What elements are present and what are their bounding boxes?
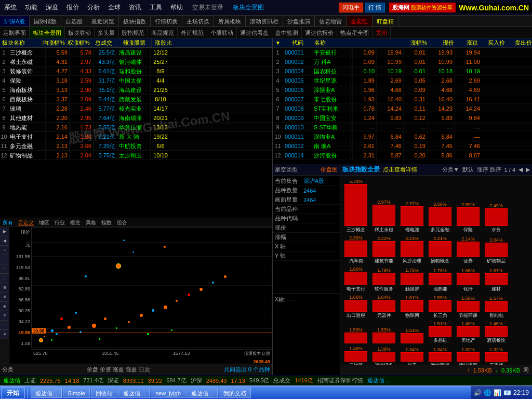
bar-item[interactable]: 1.53%: [370, 327, 397, 344]
sector-row[interactable]: 1 三沙概念 5.59 5.78 25.5亿 海岛建设 12/12: [0, 48, 272, 57]
chart-plot[interactable]: 19.98: [31, 227, 272, 348]
taskbar-recycle[interactable]: 回收站: [91, 388, 117, 398]
tab-monitor[interactable]: 盯盘精: [373, 16, 398, 27]
bar-item[interactable]: 2.22% 建筑节能: [370, 236, 397, 264]
stock-row[interactable]: 10 000011 深物业A 9.97 6.84 0.62 6.84 —: [273, 132, 532, 141]
bar-item[interactable]: 1.34% 海峡西岸: [427, 347, 454, 365]
stock-row[interactable]: 11 000012 南 玻A 2.61 7.46 0.19 7.45 7.46: [273, 141, 532, 151]
nav-icon-7[interactable]: ⊕: [0, 283, 9, 292]
bar-item[interactable]: 2.21% 风沙治理: [398, 236, 425, 264]
bar-item[interactable]: 1.66% 出口退税: [342, 295, 369, 319]
bar-item[interactable]: 1.51%: [398, 328, 425, 344]
bar-item[interactable]: 1.59% 长三角: [427, 295, 454, 319]
nav-icon-6[interactable]: ↓: [0, 274, 9, 283]
bar-item[interactable]: 1.57% 智能电: [483, 296, 510, 319]
sector-row[interactable]: 8 其他建材 2.20 2.95 7.64亿 海南瑞泽 20/21: [0, 113, 272, 123]
menu-tools[interactable]: 工具: [145, 2, 166, 13]
flash-button[interactable]: 闪电手: [339, 3, 363, 12]
stock-row[interactable]: 12 000014 沙河股份 2.31 8.87 0.20 8.86 8.87: [273, 151, 532, 160]
stock-row[interactable]: 9 000010 S ST华新 — — — — —: [273, 123, 532, 132]
taskbar-jyjgb[interactable]: new_jyjgb: [151, 388, 185, 398]
nav-icon-11[interactable]: ⋯: [0, 321, 9, 330]
tab-sector-index[interactable]: 板块指数: [119, 16, 151, 27]
bar-item[interactable]: 5.78% 三沙概念: [342, 179, 369, 233]
bar-item[interactable]: 1.34% 化工: [398, 347, 425, 365]
nav-icon-3[interactable]: +: [0, 246, 9, 255]
start-button[interactable]: 开始: [1, 387, 25, 398]
bar-item[interactable]: 1.51% 多晶硅: [427, 321, 454, 344]
bar-item[interactable]: 1.76% 触摸屏: [398, 268, 425, 292]
nav-icon-4[interactable]: -: [0, 255, 9, 264]
sector-row[interactable]: 2 稀土永磁 4.31 2.97 43.3亿 银河磁体 25/27: [0, 57, 272, 66]
bar-item[interactable]: 2.35% 汽车类: [342, 235, 369, 264]
sector-row[interactable]: 3 装修装饰 4.27 4.33 6.61亿 瑞和股份 8/9: [0, 66, 272, 76]
bar-item[interactable]: 1.53%: [342, 327, 369, 344]
stock-row[interactable]: 1 000001 平安银行 0.09 19.94 0.01 19.93 19.9…: [273, 48, 532, 57]
sector-row[interactable]: 12 矿物制品 2.13 2.04 3.75亿 太原刚玉 10/10: [0, 151, 272, 160]
cat-custom[interactable]: 目定义: [16, 218, 36, 228]
taskbar-tdx2[interactable]: 通达信...: [118, 388, 150, 398]
menu-function[interactable]: 功能: [21, 2, 42, 13]
toolbar-forex[interactable]: 外汇规范: [178, 27, 207, 38]
menu-help[interactable]: 帮助: [166, 2, 187, 13]
nav-icon-2[interactable]: ◀: [0, 236, 9, 246]
page-prev[interactable]: ◀: [518, 166, 523, 173]
bar-item[interactable]: 2.04% 矿物制品: [483, 237, 510, 264]
bar-item[interactable]: 2.59% 保险: [455, 202, 482, 233]
stock-row[interactable]: 7 000008 ST宝利来 0.78 14.24 0.11 14.23 14.…: [273, 104, 532, 113]
sector-row[interactable]: 6 西藏板块 2.37 2.09 5.44亿 西藏发展 8/10: [0, 95, 272, 104]
menu-system[interactable]: 系统: [0, 2, 21, 13]
bar-item[interactable]: 1.38% 运输设备: [370, 347, 397, 365]
sector-row[interactable]: 5 海南板块 3.13 2.90 35.1亿 海岛建设 21/25: [0, 85, 272, 95]
cat-style[interactable]: 风格: [83, 218, 99, 228]
nav-icon-5[interactable]: ↑: [0, 264, 9, 274]
toolbar-panorama[interactable]: 板块全景图: [30, 27, 65, 38]
menu-global[interactable]: 全球: [104, 2, 125, 13]
bar-item[interactable]: 1.68% 化纤: [455, 268, 482, 292]
sector-chart-link[interactable]: 点击查看详情: [383, 166, 417, 174]
sector-row[interactable]: 9 地热能 2.16 1.73 5.55亿 华意压缩 13/13: [0, 123, 272, 132]
toolbar-stock-norm[interactable]: 股指规范: [118, 27, 148, 38]
toolbar-multi[interactable]: 多头量: [95, 27, 118, 38]
bar-item[interactable]: 1.86% 电子支付: [342, 267, 369, 292]
stock-row[interactable]: 6 000007 零七股份 1.93 16.40 0.31 16.40 16.4…: [273, 95, 532, 104]
bar-item[interactable]: 1.58% 节能环保: [455, 296, 482, 319]
tab-info-mine[interactable]: 信息地雷: [315, 16, 347, 27]
sector-row[interactable]: 11 多元金融 2.13 2.66 7.25亿 中航投资 6/6: [0, 141, 272, 151]
tab-main-switch[interactable]: 主场切换: [182, 16, 214, 27]
toolbar-tdx-watch[interactable]: 通达信看盘: [237, 27, 272, 38]
tab-sell-red[interactable]: 全卖红: [347, 16, 373, 27]
cat-industry[interactable]: 行业: [52, 218, 68, 228]
toolbar-hotstar[interactable]: 热点星全图: [337, 27, 373, 38]
toolbar-linkage[interactable]: 板块联动: [65, 27, 95, 38]
stock-row[interactable]: 2 000002 万 科A 0.09 10.99 0.01 10.99 11.0…: [273, 57, 532, 66]
bar-item[interactable]: 2.72% 锂电池: [398, 201, 425, 233]
taskbar-mydoc[interactable]: 我的文档: [219, 388, 251, 398]
page-next[interactable]: ▶: [526, 166, 530, 173]
bar-item[interactable]: 2.21% 摘帽概念: [427, 236, 454, 264]
tab-shenzhen[interactable]: 沪深A股: [0, 16, 30, 27]
cat-combo[interactable]: 组合: [114, 218, 130, 228]
sector-row[interactable]: 4 保险 3.18 2.59 31.7亿 中国太保 4/4: [0, 76, 272, 85]
taskbar-tdx3[interactable]: 通达信...: [187, 388, 218, 398]
cat-all[interactable]: 所有: [0, 218, 16, 228]
toolbar-individual[interactable]: 个股联动: [207, 27, 237, 38]
cat-concept[interactable]: 概念: [68, 218, 83, 228]
nav-icon-10[interactable]: ≡: [0, 311, 9, 321]
stock-row[interactable]: 5 000006 深振业A 1.96 4.68 0.09 4.68 4.69: [273, 85, 532, 95]
order-label[interactable]: 涨序 跌序: [477, 166, 501, 174]
taskbar-tdx[interactable]: 通达信...: [31, 388, 62, 398]
bar-item[interactable]: 1.49% 房地产: [455, 321, 482, 344]
toolbar-monitor[interactable]: 盘中监测: [272, 27, 302, 38]
cat-region[interactable]: 地区: [36, 218, 52, 228]
menu-panorama[interactable]: 板块全景图: [229, 2, 268, 13]
bar-item[interactable]: 2.14% 证券: [455, 236, 482, 264]
default-label[interactable]: 默认: [462, 166, 474, 174]
classify-label[interactable]: 分类: [2, 366, 14, 374]
bar-item[interactable]: 1.61% 物联网: [398, 295, 425, 319]
tab-watchlist[interactable]: 自选股: [61, 16, 87, 27]
bar-item[interactable]: 2.97% 稀土永磁: [370, 200, 397, 233]
bar-item[interactable]: 1.64% 元器件: [370, 295, 397, 319]
toolbar-tdx-quote[interactable]: 通达信报价: [302, 27, 337, 38]
bar-item[interactable]: 1.32% 稀缺资源: [455, 347, 482, 365]
